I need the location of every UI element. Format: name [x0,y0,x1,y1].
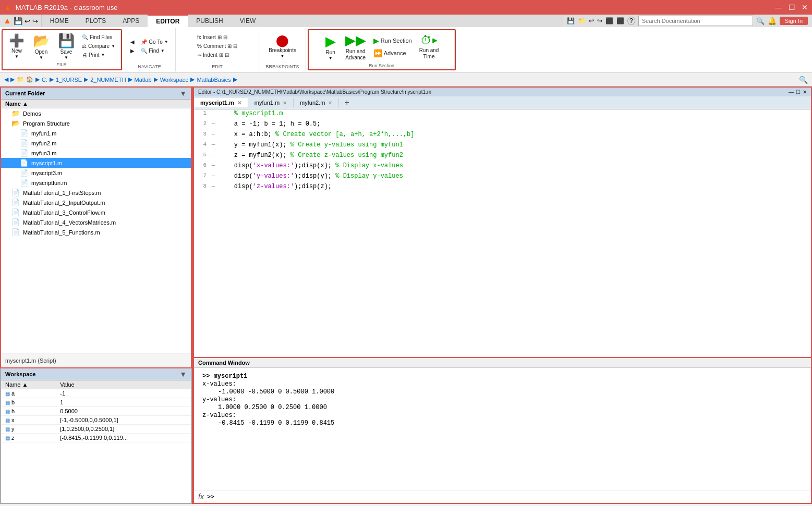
command-content[interactable]: >> myscript1 x-values: -1.0000 -0.5000 0… [194,368,811,490]
close-btn[interactable]: ✕ [802,3,808,11]
breakpoints-button[interactable]: ⬤ Breakpoints ▼ [265,33,299,59]
ws-var-z[interactable]: ▦ z [-0.8415,-0.1199,0,0.119... [1,434,191,442]
editor-close[interactable]: ✕ [803,89,807,95]
bp-dropdown[interactable]: ▼ [281,54,285,58]
save-dropdown-icon[interactable]: ▼ [64,55,68,60]
new-dropdown-icon[interactable]: ▼ [15,54,19,59]
editor-content[interactable]: 1 % myscript1.m 2 — a = -1; b = 1; h = 0… [194,109,811,357]
addr-c[interactable]: C: [42,77,47,83]
qa-undo-icon[interactable]: ↩ [25,17,30,25]
open-dropdown-icon[interactable]: ▼ [39,55,43,60]
file-tutorial2[interactable]: 📄 MatlabTutorial_2_InputOutput.m [1,198,191,207]
editor-tab-myfun2[interactable]: myfun2.m ✕ [294,98,339,107]
tab-close-myfun2[interactable]: ✕ [328,100,332,106]
file-myscriptfun[interactable]: 📄 myscriptfun.m [1,178,191,188]
insert-button[interactable]: fx Insert ⊞ ⊟ [195,33,229,41]
file-myfun1[interactable]: 📄 myfun1.m [1,128,191,138]
addr-kurse[interactable]: 1_KURSE [56,77,82,83]
run-section-button[interactable]: ▶ Run Section [371,35,414,46]
tab-close-myfun1[interactable]: ✕ [283,100,287,106]
notification-icon[interactable]: 🔔 [768,17,777,25]
ws-col-value: Value [56,380,191,389]
print-button[interactable]: 🖨 Print ▼ [80,51,117,59]
editor-maximize[interactable]: ☐ [796,89,801,95]
save-button[interactable]: 💾 Save ▼ [55,32,78,61]
breakpoints-group: ⬤ Breakpoints ▼ BREAKPOINTS [259,28,306,71]
back-button[interactable]: ◀ [128,38,137,46]
compare-dropdown[interactable]: ▼ [111,44,115,48]
tab-home[interactable]: HOME [42,15,77,27]
addr-nummeth[interactable]: 2_NUMMETH [90,77,126,83]
indent-button[interactable]: ⇥ Indent ⊞ ⊟ [195,51,231,59]
workspace-collapse[interactable]: ▼ [179,370,187,378]
find-files-button[interactable]: 🔍 Find Files [80,33,117,41]
compare-button[interactable]: ⚖ Compare ▼ [80,42,117,50]
addr-matlab[interactable]: Matlab [135,77,152,83]
run-advance-button[interactable]: ▶▶ Run andAdvance [342,31,369,62]
run-ribbon-group: ▶ Run ▼ ▶▶ Run andAdvance ▶ Run Section … [308,29,456,70]
qa-redo-icon[interactable]: ↪ [32,17,38,25]
current-folder-collapse[interactable]: ▼ [179,89,187,97]
goto-button[interactable]: 📌 Go To ▼ [139,38,170,46]
addr-workspace[interactable]: Workspace [160,77,189,83]
file-myfun3[interactable]: 📄 myfun3.m [1,148,191,158]
command-header: Command Window [194,358,811,368]
search-icon[interactable]: 🔍 [756,17,765,25]
tab-close-myscript1[interactable]: ✕ [237,100,241,106]
open-button[interactable]: 📂 Open ▼ [30,32,53,61]
new-button[interactable]: ➕ New ▼ [6,32,28,60]
sign-in-button[interactable]: Sign In [780,17,808,25]
tab-plots[interactable]: PLOTS [77,15,114,27]
run-group: ▶ Run ▼ ▶▶ Run andAdvance ▶ Run Section … [309,30,455,69]
maximize-btn[interactable]: ☐ [789,3,795,11]
tab-publish[interactable]: PUBLISH [188,15,231,27]
editor-tab-myfun1[interactable]: myfun1.m ✕ [248,98,294,107]
editor-minimize[interactable]: — [789,89,794,95]
qa-icon2[interactable]: 📁 [578,17,586,24]
tab-view[interactable]: VIEW [232,15,264,27]
help-icon[interactable]: ? [627,17,635,25]
qa-icon3[interactable]: ⬛ [605,17,613,24]
tab-apps[interactable]: APPS [114,15,148,27]
minimize-btn[interactable]: — [775,3,782,11]
run-time-button[interactable]: ⏱▶ Run andTime [416,33,442,61]
addr-search-icon[interactable]: 🔍 [799,76,808,84]
file-tutorial3[interactable]: 📄 MatlabTutorial_3_ControlFlow.m [1,207,191,217]
ws-var-y[interactable]: ▦ y [1,0.2500,0,0.2500,1] [1,425,191,434]
editor-window-controls[interactable]: — ☐ ✕ [789,89,807,95]
folder-list: 📁 Demos 📂 Program Structure 📄 myfun1.m 📄… [1,108,191,353]
file-tutorial5[interactable]: 📄 MatlabTutorial_5_Functions.m [1,227,191,237]
nav-forward-icon[interactable]: ▶ [10,76,15,83]
ws-var-b[interactable]: ▦ b 1 [1,398,191,407]
window-controls[interactable]: — ☐ ✕ [775,3,808,11]
ws-var-a[interactable]: ▦ a -1 [1,389,191,398]
save-qa-icon[interactable]: 💾 [567,17,575,24]
comment-button[interactable]: % Comment ⊞ ⊟ [195,42,239,50]
search-documentation-input[interactable] [638,16,753,26]
find-button[interactable]: 🔍 Find ▼ [139,47,170,55]
file-myscript1[interactable]: 📄 myscript1.m [1,158,191,168]
editor-tab-myscript1[interactable]: myscript1.m ✕ [194,98,248,107]
command-input[interactable] [214,493,807,500]
file-tutorial1[interactable]: 📄 MatlabTutorial_1_FirstSteps.m [1,188,191,198]
qa-icon4[interactable]: ⬛ [616,17,624,24]
print-dropdown[interactable]: ▼ [101,53,105,57]
edit-col: fx Insert ⊞ ⊟ % Comment ⊞ ⊟ ⇥ Indent ⊞ ⊟ [195,33,239,59]
run-button[interactable]: ▶ Run ▼ [321,32,340,61]
forward-button[interactable]: ▶ [128,47,137,55]
nav-back-icon[interactable]: ◀ [4,76,8,83]
folder-demos[interactable]: 📁 Demos [1,108,191,118]
qa-save-icon[interactable]: 💾 [14,17,22,25]
undo-qa-icon[interactable]: ↩ [589,17,594,24]
file-myfun2[interactable]: 📄 myfun2.m [1,138,191,148]
add-tab-button[interactable]: + [339,96,354,109]
file-tutorial4[interactable]: 📄 MatlabTutorial_4_VectorsMatrices.m [1,217,191,227]
advance-button[interactable]: ⏩ Advance [371,48,414,58]
ws-var-x[interactable]: ▦ x [-1,-0.5000,0,0.5000,1] [1,416,191,425]
addr-matlabbasics[interactable]: MatlabBasics [197,77,231,83]
redo-qa-icon[interactable]: ↪ [597,17,602,24]
folder-program-structure[interactable]: 📂 Program Structure [1,118,191,128]
tab-editor[interactable]: EDITOR [148,15,188,27]
file-myscript3[interactable]: 📄 myscript3.m [1,168,191,178]
ws-var-h[interactable]: ▦ h 0.5000 [1,407,191,416]
